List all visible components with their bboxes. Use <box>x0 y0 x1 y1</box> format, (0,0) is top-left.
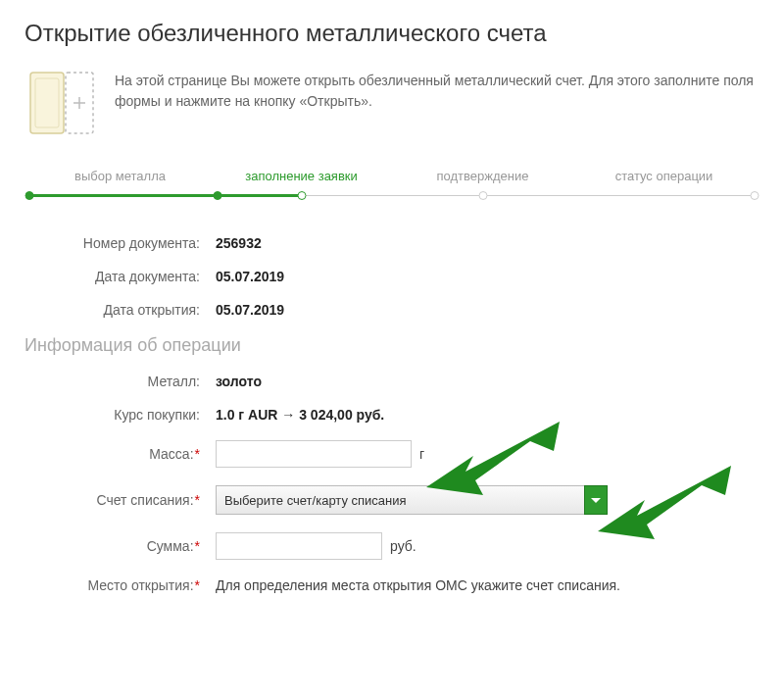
label-debit-account: Счет списания:* <box>24 492 216 508</box>
step-form: заполнение заявки <box>211 169 392 183</box>
place-note: Для определения места открытия ОМС укажи… <box>216 577 620 593</box>
label-rate: Курс покупки: <box>24 407 216 423</box>
required-asterisk: * <box>195 492 200 508</box>
row-doc-date: Дата документа: 05.07.2019 <box>24 269 760 284</box>
required-asterisk: * <box>195 577 200 593</box>
label-mass: Масса:* <box>24 446 216 462</box>
label-metal: Металл: <box>24 374 216 389</box>
step-status: статус операции <box>573 169 755 183</box>
sum-unit: руб. <box>390 538 416 554</box>
gold-bar-icon <box>24 69 95 139</box>
debit-account-select[interactable]: Выберите счет/карту списания <box>216 485 608 515</box>
row-mass: Масса:* г <box>24 440 760 468</box>
value-doc-number: 256932 <box>216 235 262 251</box>
value-metal: золото <box>216 374 262 389</box>
row-open-date: Дата открытия: 05.07.2019 <box>24 302 760 318</box>
operation-info-heading: Информация об операции <box>24 335 760 356</box>
step-confirm: подтверждение <box>392 169 573 183</box>
value-doc-date: 05.07.2019 <box>216 269 284 284</box>
chevron-down-icon[interactable] <box>584 485 608 515</box>
label-doc-date: Дата документа: <box>24 269 216 284</box>
mass-input[interactable] <box>216 440 412 468</box>
label-doc-number: Номер документа: <box>24 235 216 251</box>
form-section: Номер документа: 256932 Дата документа: … <box>24 235 760 593</box>
intro-block: На этой странице Вы можете открыть обезл… <box>24 69 760 139</box>
row-debit-account: Счет списания:* Выберите счет/карту спис… <box>24 485 760 515</box>
label-place: Место открытия:* <box>24 577 216 593</box>
row-metal: Металл: золото <box>24 374 760 389</box>
row-place: Место открытия:* Для определения места о… <box>24 577 760 593</box>
value-open-date: 05.07.2019 <box>216 302 284 318</box>
row-sum: Сумма:* руб. <box>24 532 760 560</box>
intro-text: На этой странице Вы можете открыть обезл… <box>115 69 760 112</box>
label-sum: Сумма:* <box>24 538 216 554</box>
label-open-date: Дата открытия: <box>24 302 216 318</box>
page-title: Открытие обезличенного металлического сч… <box>24 20 760 47</box>
step-metal: выбор металла <box>29 169 211 183</box>
required-asterisk: * <box>195 446 200 462</box>
row-rate: Курс покупки: 1.0 г AUR → 3 024,00 руб. <box>24 407 760 423</box>
sum-input[interactable] <box>216 532 382 560</box>
required-asterisk: * <box>195 538 200 554</box>
value-rate: 1.0 г AUR → 3 024,00 руб. <box>216 407 384 423</box>
row-doc-number: Номер документа: 256932 <box>24 235 760 251</box>
debit-account-placeholder: Выберите счет/карту списания <box>224 493 407 508</box>
progress-bar: выбор металла заполнение заявки подтверж… <box>24 169 760 201</box>
mass-unit: г <box>419 446 424 462</box>
